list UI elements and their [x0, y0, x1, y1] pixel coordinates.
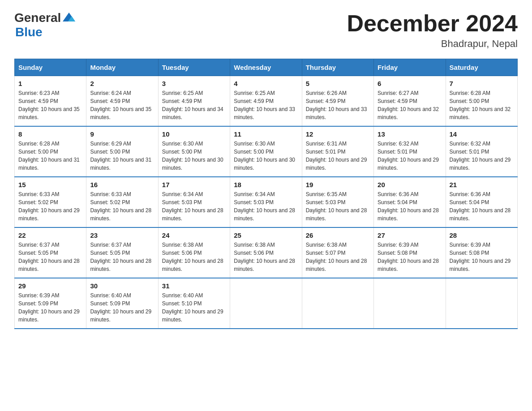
calendar-cell: 30 Sunrise: 6:40 AM Sunset: 5:09 PM Dayl… — [86, 278, 158, 329]
day-number: 1 — [18, 80, 82, 87]
day-number: 19 — [306, 181, 370, 188]
calendar-table: Sunday Monday Tuesday Wednesday Thursday… — [14, 59, 518, 329]
calendar-cell: 9 Sunrise: 6:29 AM Sunset: 5:00 PM Dayli… — [86, 126, 158, 177]
day-number: 28 — [450, 231, 514, 239]
daylight-label: Daylight: 10 hours and 28 minutes. — [18, 258, 80, 272]
sunset-label: Sunset: 5:00 PM — [18, 149, 58, 155]
calendar-cell: 8 Sunrise: 6:28 AM Sunset: 5:00 PM Dayli… — [15, 126, 86, 177]
calendar-cell: 3 Sunrise: 6:25 AM Sunset: 4:59 PM Dayli… — [158, 76, 230, 127]
title-block: December 2024 Bhadrapur, Nepal — [347, 11, 518, 50]
col-thursday: Thursday — [302, 59, 373, 76]
sunrise-label: Sunrise: 6:38 AM — [306, 242, 347, 248]
calendar-cell: 4 Sunrise: 6:25 AM Sunset: 4:59 PM Dayli… — [230, 76, 302, 127]
day-info: Sunrise: 6:39 AM Sunset: 5:08 PM Dayligh… — [378, 241, 442, 273]
calendar-cell: 15 Sunrise: 6:33 AM Sunset: 5:02 PM Dayl… — [15, 177, 86, 227]
col-friday: Friday — [374, 59, 446, 76]
day-info: Sunrise: 6:25 AM Sunset: 4:59 PM Dayligh… — [162, 89, 226, 121]
day-info: Sunrise: 6:38 AM Sunset: 5:06 PM Dayligh… — [162, 241, 226, 273]
daylight-label: Daylight: 10 hours and 30 minutes. — [234, 157, 295, 171]
col-monday: Monday — [86, 59, 158, 76]
daylight-label: Daylight: 10 hours and 28 minutes. — [234, 258, 295, 272]
daylight-label: Daylight: 10 hours and 31 minutes. — [90, 157, 151, 171]
calendar-cell: 7 Sunrise: 6:28 AM Sunset: 5:00 PM Dayli… — [446, 76, 517, 127]
day-number: 25 — [234, 231, 298, 239]
calendar-cell: 1 Sunrise: 6:23 AM Sunset: 4:59 PM Dayli… — [15, 76, 86, 127]
day-info: Sunrise: 6:38 AM Sunset: 5:06 PM Dayligh… — [234, 241, 298, 273]
calendar-cell: 25 Sunrise: 6:38 AM Sunset: 5:06 PM Dayl… — [230, 227, 302, 278]
day-info: Sunrise: 6:28 AM Sunset: 5:00 PM Dayligh… — [18, 140, 82, 172]
daylight-label: Daylight: 10 hours and 28 minutes. — [162, 207, 223, 222]
day-info: Sunrise: 6:36 AM Sunset: 5:04 PM Dayligh… — [378, 190, 442, 223]
sunset-label: Sunset: 5:01 PM — [450, 149, 489, 155]
sunrise-label: Sunrise: 6:32 AM — [378, 141, 418, 147]
sunrise-label: Sunrise: 6:40 AM — [90, 292, 131, 299]
daylight-label: Daylight: 10 hours and 29 minutes. — [18, 207, 80, 222]
day-number: 23 — [90, 231, 154, 239]
sunrise-label: Sunrise: 6:28 AM — [18, 141, 59, 147]
day-number: 22 — [18, 231, 82, 239]
sunrise-label: Sunrise: 6:33 AM — [18, 191, 59, 197]
calendar-cell: 26 Sunrise: 6:38 AM Sunset: 5:07 PM Dayl… — [302, 227, 373, 278]
calendar-cell: 16 Sunrise: 6:33 AM Sunset: 5:02 PM Dayl… — [86, 177, 158, 227]
sunrise-label: Sunrise: 6:23 AM — [18, 90, 59, 96]
day-number: 15 — [18, 181, 82, 188]
sunset-label: Sunset: 5:04 PM — [378, 199, 417, 206]
day-number: 10 — [162, 130, 226, 138]
day-info: Sunrise: 6:29 AM Sunset: 5:00 PM Dayligh… — [90, 140, 154, 172]
day-info: Sunrise: 6:31 AM Sunset: 5:01 PM Dayligh… — [306, 140, 370, 172]
calendar-cell — [446, 278, 517, 329]
day-number: 9 — [90, 130, 154, 138]
sunrise-label: Sunrise: 6:25 AM — [162, 90, 203, 96]
sunrise-label: Sunrise: 6:38 AM — [162, 242, 203, 248]
day-info: Sunrise: 6:32 AM Sunset: 5:01 PM Dayligh… — [378, 140, 442, 172]
logo-icon — [61, 9, 77, 25]
calendar-cell: 22 Sunrise: 6:37 AM Sunset: 5:05 PM Dayl… — [15, 227, 86, 278]
daylight-label: Daylight: 10 hours and 35 minutes. — [18, 106, 80, 120]
day-number: 16 — [90, 181, 154, 188]
sunset-label: Sunset: 5:06 PM — [234, 250, 274, 256]
logo-general: General — [14, 11, 61, 25]
sunset-label: Sunset: 5:08 PM — [450, 250, 489, 256]
sunset-label: Sunset: 5:10 PM — [162, 300, 202, 307]
sunset-label: Sunset: 4:59 PM — [306, 98, 346, 104]
sunrise-label: Sunrise: 6:38 AM — [234, 242, 275, 248]
day-info: Sunrise: 6:30 AM Sunset: 5:00 PM Dayligh… — [162, 140, 226, 172]
daylight-label: Daylight: 10 hours and 32 minutes. — [378, 106, 439, 120]
day-info: Sunrise: 6:40 AM Sunset: 5:10 PM Dayligh… — [162, 291, 226, 324]
sunset-label: Sunset: 5:00 PM — [90, 149, 130, 155]
sunset-label: Sunset: 5:00 PM — [234, 149, 274, 155]
sunrise-label: Sunrise: 6:40 AM — [162, 292, 203, 299]
sunset-label: Sunset: 5:04 PM — [450, 199, 489, 206]
sunset-label: Sunset: 5:00 PM — [162, 149, 202, 155]
calendar-cell: 21 Sunrise: 6:36 AM Sunset: 5:04 PM Dayl… — [446, 177, 517, 227]
calendar-row: 22 Sunrise: 6:37 AM Sunset: 5:05 PM Dayl… — [15, 227, 518, 278]
sunset-label: Sunset: 4:59 PM — [378, 98, 417, 104]
calendar-cell: 13 Sunrise: 6:32 AM Sunset: 5:01 PM Dayl… — [374, 126, 446, 177]
daylight-label: Daylight: 10 hours and 28 minutes. — [90, 207, 151, 222]
calendar-cell: 27 Sunrise: 6:39 AM Sunset: 5:08 PM Dayl… — [374, 227, 446, 278]
daylight-label: Daylight: 10 hours and 29 minutes. — [162, 308, 223, 323]
sunrise-label: Sunrise: 6:30 AM — [162, 141, 203, 147]
sunrise-label: Sunrise: 6:27 AM — [378, 90, 418, 96]
day-info: Sunrise: 6:39 AM Sunset: 5:09 PM Dayligh… — [18, 291, 82, 324]
calendar-cell: 28 Sunrise: 6:39 AM Sunset: 5:08 PM Dayl… — [446, 227, 517, 278]
daylight-label: Daylight: 10 hours and 28 minutes. — [378, 258, 439, 272]
calendar-cell: 18 Sunrise: 6:34 AM Sunset: 5:03 PM Dayl… — [230, 177, 302, 227]
day-number: 2 — [90, 80, 154, 87]
day-number: 11 — [234, 130, 298, 138]
day-info: Sunrise: 6:33 AM Sunset: 5:02 PM Dayligh… — [90, 190, 154, 223]
sunset-label: Sunset: 5:02 PM — [18, 199, 58, 206]
day-number: 8 — [18, 130, 82, 138]
sunset-label: Sunset: 5:09 PM — [90, 300, 130, 307]
calendar-cell: 29 Sunrise: 6:39 AM Sunset: 5:09 PM Dayl… — [15, 278, 86, 329]
daylight-label: Daylight: 10 hours and 33 minutes. — [306, 106, 367, 120]
day-number: 29 — [18, 282, 82, 290]
day-number: 5 — [306, 80, 370, 87]
day-info: Sunrise: 6:35 AM Sunset: 5:03 PM Dayligh… — [306, 190, 370, 223]
sunrise-label: Sunrise: 6:39 AM — [18, 292, 59, 299]
daylight-label: Daylight: 10 hours and 33 minutes. — [234, 106, 295, 120]
logo-blue-text: Blue — [15, 25, 43, 39]
calendar-cell: 6 Sunrise: 6:27 AM Sunset: 4:59 PM Dayli… — [374, 76, 446, 127]
day-info: Sunrise: 6:33 AM Sunset: 5:02 PM Dayligh… — [18, 190, 82, 223]
calendar-cell: 12 Sunrise: 6:31 AM Sunset: 5:01 PM Dayl… — [302, 126, 373, 177]
